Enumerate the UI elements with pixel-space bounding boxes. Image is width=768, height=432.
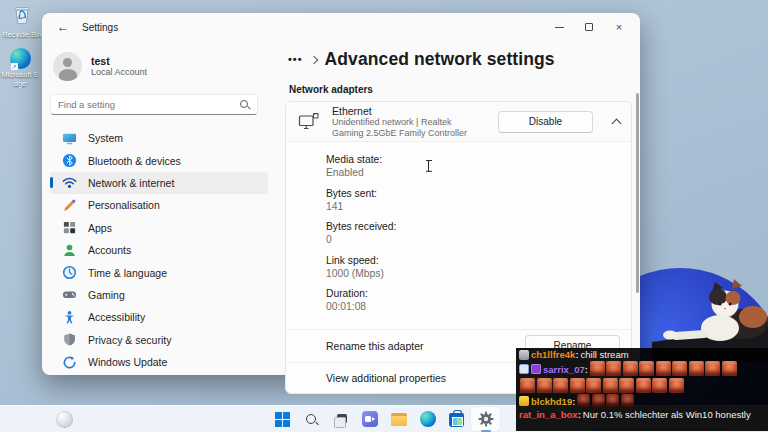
taskbar-center xyxy=(268,407,500,431)
sidebar-item-label: Bluetooth & devices xyxy=(88,155,181,167)
minimize-button[interactable] xyxy=(544,17,574,37)
crying-face-emote xyxy=(689,361,704,376)
scrollbar[interactable] xyxy=(636,93,639,293)
sidebar-item-label: Personalisation xyxy=(88,199,160,211)
sidebar-item-gaming[interactable]: Gaming xyxy=(50,284,268,306)
sidebar-item-apps[interactable]: Apps xyxy=(50,217,268,239)
desktop-icon-microsoft-edge[interactable]: ↗ Microsoft Edge xyxy=(0,48,40,88)
accounts-icon xyxy=(62,243,77,258)
chat-username: ch1llfre4k xyxy=(531,349,579,360)
sidebar-item-label: Privacy & security xyxy=(88,334,171,346)
detail-pair: Bytes received: 0 xyxy=(326,220,619,246)
time-language-icon xyxy=(62,265,77,280)
system-icon xyxy=(62,131,77,146)
sidebar-item-accessibility[interactable]: Accessibility xyxy=(50,306,268,328)
personalisation-icon xyxy=(62,198,77,213)
crying-face-emote xyxy=(639,361,654,376)
adapter-details: Media state: Enabled Bytes sent: 141 Byt… xyxy=(286,142,631,329)
sidebar-item-label: Accessibility xyxy=(88,311,145,323)
chat-badge-sub-icon xyxy=(531,364,541,374)
windows-logo-icon xyxy=(275,412,290,427)
rename-label: Rename this adapter xyxy=(326,340,525,352)
crying-face-emote xyxy=(570,378,585,393)
detail-value: 141 xyxy=(326,200,619,213)
sidebar-item-network-internet[interactable]: Network & internet xyxy=(50,172,268,194)
bluetooth-icon xyxy=(62,153,77,168)
crying-face-emote xyxy=(520,378,535,393)
close-button[interactable]: × xyxy=(604,17,634,37)
sidebar-item-label: System xyxy=(88,132,123,144)
sidebar-item-label: Time & language xyxy=(88,267,167,279)
chat-username: rat_in_a_box xyxy=(519,409,581,420)
store-button[interactable] xyxy=(442,407,471,431)
crying-face-emote xyxy=(669,378,684,393)
task-view-button[interactable] xyxy=(326,407,355,431)
crying-face-emote xyxy=(652,378,667,393)
sidebar-item-label: Apps xyxy=(88,222,112,234)
crying-face-emote xyxy=(672,361,687,376)
main-content: ••• Advanced network settings Network ad… xyxy=(282,43,634,394)
breadcrumb-ellipsis-button[interactable]: ••• xyxy=(288,53,303,65)
sidebar-item-bluetooth-devices[interactable]: Bluetooth & devices xyxy=(50,149,268,171)
emote-run xyxy=(577,394,635,407)
screen: Recycle Bin ↗ Microsoft Edge ← Settings … xyxy=(0,0,768,432)
settings-taskbar-button[interactable] xyxy=(471,407,500,431)
back-button[interactable]: ← xyxy=(54,20,72,36)
chat-username: sarrix_07 xyxy=(543,364,588,375)
sidebar-item-label: Windows Update xyxy=(88,356,167,368)
detail-value: 1000 (Mbps) xyxy=(326,267,619,280)
recycle-bin-icon xyxy=(11,3,33,25)
crying-face-emote xyxy=(636,378,651,393)
widgets-icon[interactable] xyxy=(56,411,73,428)
detail-label: Duration: xyxy=(326,287,619,300)
sidebar-item-system[interactable]: System xyxy=(50,127,268,149)
file-explorer-button[interactable] xyxy=(384,407,413,431)
maximize-button[interactable] xyxy=(574,17,604,37)
folder-icon xyxy=(391,413,407,426)
disable-button[interactable]: Disable xyxy=(498,111,593,133)
sidebar-item-accounts[interactable]: Accounts xyxy=(50,239,268,261)
text-cursor xyxy=(425,160,432,173)
search-icon xyxy=(304,412,319,427)
dark-face-emote xyxy=(621,394,634,407)
desktop-icon-recycle-bin[interactable]: Recycle Bin xyxy=(2,3,42,39)
detail-value: Enabled xyxy=(326,166,619,179)
section-label: Network adapters xyxy=(289,84,634,95)
emote-run xyxy=(519,378,768,393)
teams-chat-icon xyxy=(362,411,378,427)
detail-pair: Bytes sent: 141 xyxy=(326,187,619,213)
desktop-icon-label: Microsoft Edge xyxy=(0,70,40,88)
search-input[interactable] xyxy=(58,99,239,110)
taskbar-search-button[interactable] xyxy=(297,407,326,431)
edge-button[interactable] xyxy=(413,407,442,431)
start-button[interactable] xyxy=(268,407,297,431)
sidebar-item-time-language[interactable]: Time & language xyxy=(50,261,268,283)
adapter-card-header[interactable]: Ethernet Unidentified network | Realtek … xyxy=(286,102,631,142)
crying-face-emote xyxy=(537,378,552,393)
desktop-icon-label: Recycle Bin xyxy=(2,30,42,39)
window-title: Settings xyxy=(82,22,118,33)
search-box[interactable] xyxy=(50,94,258,115)
edge-icon xyxy=(420,411,436,427)
detail-label: Link speed: xyxy=(326,254,619,267)
chat-badge-gold-icon xyxy=(519,396,529,406)
chat-button[interactable] xyxy=(355,407,384,431)
stream-chat-overlay: ch1llfre4k chill stream sarrix_07 blckhd… xyxy=(516,348,768,431)
dark-face-emote xyxy=(577,394,590,407)
page-title: Advanced network settings xyxy=(325,49,555,70)
profile[interactable]: test Local Account xyxy=(50,49,268,83)
network-icon xyxy=(62,175,77,190)
sidebar-item-personalisation[interactable]: Personalisation xyxy=(50,194,268,216)
webcam-cat xyxy=(640,262,768,362)
detail-value: 0 xyxy=(326,233,619,246)
selected-accent-bar xyxy=(50,177,53,188)
sidebar-item-privacy-security[interactable]: Privacy & security xyxy=(50,329,268,351)
chat-message: blckhd19 xyxy=(519,394,768,408)
gear-icon xyxy=(478,411,494,427)
adapter-name: Ethernet xyxy=(332,105,486,117)
detail-pair: Link speed: 1000 (Mbps) xyxy=(326,254,619,280)
sidebar-item-windows-update[interactable]: Windows Update xyxy=(50,351,268,373)
apps-icon xyxy=(62,220,77,235)
sidebar-item-label: Gaming xyxy=(88,289,125,301)
chevron-up-icon[interactable] xyxy=(612,118,622,128)
